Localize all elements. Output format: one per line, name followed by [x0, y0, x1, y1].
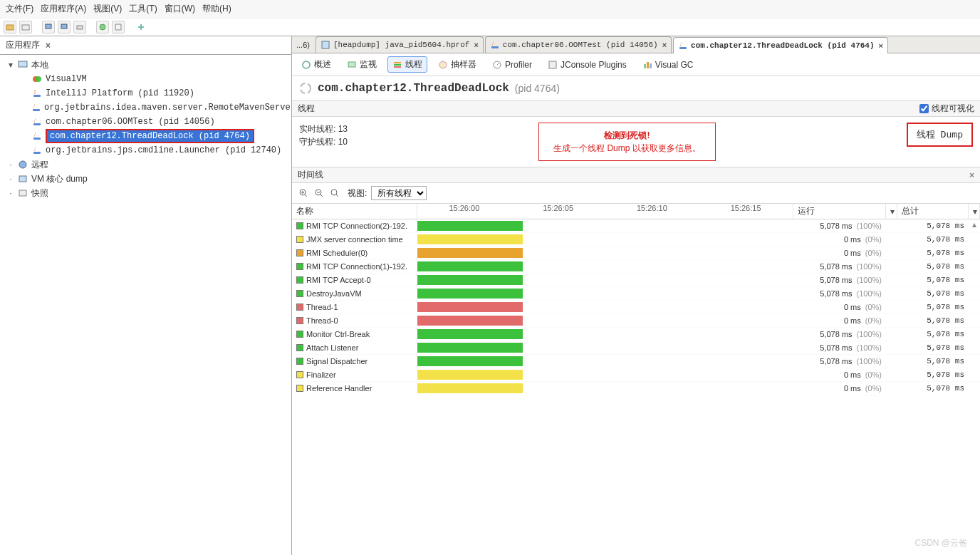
menu-app[interactable]: 应用程序(A): [39, 3, 88, 15]
threads-visual-input[interactable]: [919, 104, 929, 113]
run-value: 5,078 ms: [820, 222, 852, 230]
extra-icon[interactable]: [135, 21, 147, 33]
svg-rect-17: [322, 41, 329, 48]
prefs-icon[interactable]: [96, 21, 109, 33]
run-value: 0 ms: [844, 303, 861, 311]
expand-icon[interactable]: [112, 21, 125, 33]
section-threads-label: 线程: [298, 103, 315, 115]
tree-coredump[interactable]: ·VM 核心 dump: [4, 172, 291, 186]
table-row[interactable]: RMI TCP Accept-05,078 ms(100%)5,078 ms: [292, 274, 980, 287]
thread-bar: [417, 370, 523, 380]
thread-dump-button[interactable]: 线程 Dump: [907, 123, 973, 147]
close-icon[interactable]: ×: [46, 41, 51, 51]
tab-heapdump[interactable]: [heapdump] java_pid5604.hprof×: [316, 36, 484, 53]
tree-intellij[interactable]: IntelliJ Platform (pid 11920): [4, 86, 291, 100]
status-square-icon: [296, 331, 303, 338]
col-run[interactable]: 运行: [793, 204, 886, 219]
status-square-icon: [296, 222, 303, 229]
tree-local[interactable]: ▾本地: [4, 58, 291, 72]
run-pct: (0%): [865, 370, 882, 379]
table-row[interactable]: Thread-10 ms(0%)5,078 ms: [292, 301, 980, 314]
menu-help[interactable]: 帮助(H): [201, 3, 233, 15]
subtab-jconsole[interactable]: JConsole Plugins: [543, 56, 632, 73]
menu-view[interactable]: 视图(V): [92, 3, 123, 15]
threads-visual-checkbox[interactable]: 线程可视化: [919, 103, 974, 115]
close-icon[interactable]: ×: [969, 170, 974, 180]
svg-rect-18: [491, 46, 499, 48]
folder-icon[interactable]: [19, 21, 32, 33]
snapshot-icon[interactable]: [73, 21, 86, 33]
heading-pid: (pid 4764): [515, 83, 560, 94]
table-row[interactable]: RMI TCP Connection(2)-192.5,078 ms(100%)…: [292, 219, 980, 233]
subtab-visualgc[interactable]: Visual GC: [637, 56, 699, 73]
col-total-dropdown[interactable]: ▾: [969, 204, 980, 219]
subtab-overview[interactable]: 概述: [296, 56, 336, 73]
svg-point-8: [36, 76, 41, 82]
tree-snapshot[interactable]: ·快照: [4, 186, 291, 200]
subtab-threads[interactable]: 线程: [387, 56, 427, 73]
view-select[interactable]: 所有线程: [371, 186, 427, 200]
thread-name: Thread-1: [306, 303, 338, 311]
menu-tool[interactable]: 工具(T): [127, 3, 158, 15]
status-square-icon: [296, 358, 303, 365]
table-row[interactable]: JMX server connection time0 ms(0%)5,078 …: [292, 233, 980, 247]
svg-point-25: [439, 61, 447, 68]
close-icon[interactable]: ×: [474, 41, 478, 49]
svg-rect-10: [33, 109, 40, 111]
timeline-controls: 视图: 所有线程: [292, 183, 980, 204]
run-pct: (100%): [857, 330, 882, 338]
tree-visualvm[interactable]: VisualVM: [4, 72, 291, 86]
close-icon[interactable]: ×: [879, 41, 883, 50]
host-icon[interactable]: [42, 21, 55, 33]
zoom-fit-icon[interactable]: [329, 187, 340, 199]
run-value: 0 ms: [844, 316, 861, 325]
open-icon[interactable]: [4, 21, 16, 33]
table-row[interactable]: Signal Dispatcher5,078 ms(100%)5,078 ms: [292, 355, 980, 368]
close-icon[interactable]: ×: [662, 41, 667, 49]
host2-icon[interactable]: [58, 21, 71, 33]
thread-name: RMI TCP Accept-0: [306, 276, 371, 284]
tree-remote[interactable]: ·远程: [4, 157, 291, 172]
tab-oom[interactable]: com.chapter06.OOMTest (pid 14056)×: [485, 36, 672, 53]
subtab-sampler[interactable]: 抽样器: [433, 56, 481, 73]
tree-maven[interactable]: org.jetbrains.idea.maven.server.RemoteMa…: [4, 100, 291, 115]
col-total[interactable]: 总计: [897, 204, 969, 219]
table-row[interactable]: Thread-00 ms(0%)5,078 ms: [292, 314, 980, 328]
svg-point-31: [301, 83, 311, 93]
scroll-up-icon[interactable]: ▴: [970, 219, 979, 228]
threads-icon: [392, 60, 402, 70]
table-row[interactable]: RMI Scheduler(0)0 ms(0%)5,078 ms: [292, 247, 980, 260]
table-row[interactable]: Finalizer0 ms(0%)5,078 ms: [292, 368, 980, 382]
java-icon: [31, 88, 43, 99]
tree-deadlock[interactable]: com.chapter12.ThreadDeadLock (pid 4764): [4, 129, 291, 143]
subtab-monitor[interactable]: 监视: [342, 56, 382, 73]
table-row[interactable]: Monitor Ctrl-Break5,078 ms(100%)5,078 ms: [292, 328, 980, 341]
col-name[interactable]: 名称: [292, 204, 417, 219]
zoom-out-icon[interactable]: [313, 187, 325, 199]
thread-name: Attach Listener: [306, 343, 358, 352]
table-row[interactable]: Reference Handler0 ms(0%)5,078 ms: [292, 382, 980, 395]
thread-name: DestroyJavaVM: [306, 289, 362, 298]
col-run-dropdown[interactable]: ▾: [886, 204, 897, 219]
table-row[interactable]: Attach Listener5,078 ms(100%)5,078 ms: [292, 341, 980, 355]
menu-file[interactable]: 文件(F): [4, 3, 35, 15]
subtab-profiler[interactable]: Profiler: [487, 56, 537, 73]
col-timeline[interactable]: ⌃ 15:26:00 15:26:05 15:26:10 15:26:15: [417, 204, 793, 219]
scrollbar[interactable]: ▴: [970, 219, 979, 555]
svg-rect-30: [650, 63, 652, 68]
tab-overflow[interactable]: ...6): [292, 36, 314, 53]
tab-deadlock[interactable]: com.chapter12.ThreadDeadLock (pid 4764)×: [673, 37, 888, 53]
java-icon: [31, 102, 41, 113]
svg-rect-21: [348, 62, 355, 67]
tree-oom[interactable]: com.chapter06.OOMTest (pid 14056): [4, 115, 291, 129]
editor-tabs: ...6) [heapdump] java_pid5604.hprof× com…: [292, 36, 980, 53]
menu-window[interactable]: 窗口(W): [163, 3, 197, 15]
zoom-in-icon[interactable]: [298, 187, 309, 199]
table-row[interactable]: RMI TCP Connection(1)-192.5,078 ms(100%)…: [292, 260, 980, 274]
applications-tab[interactable]: 应用程序 ×: [0, 36, 291, 55]
section-threads-header: 线程 线程可视化: [292, 100, 980, 117]
tree-launcher[interactable]: org.jetbrains.jps.cmdline.Launcher (pid …: [4, 143, 291, 157]
table-row[interactable]: DestroyJavaVM5,078 ms(100%)5,078 ms: [292, 287, 980, 301]
run-pct: (0%): [865, 249, 882, 257]
thread-name: Thread-0: [306, 316, 338, 325]
